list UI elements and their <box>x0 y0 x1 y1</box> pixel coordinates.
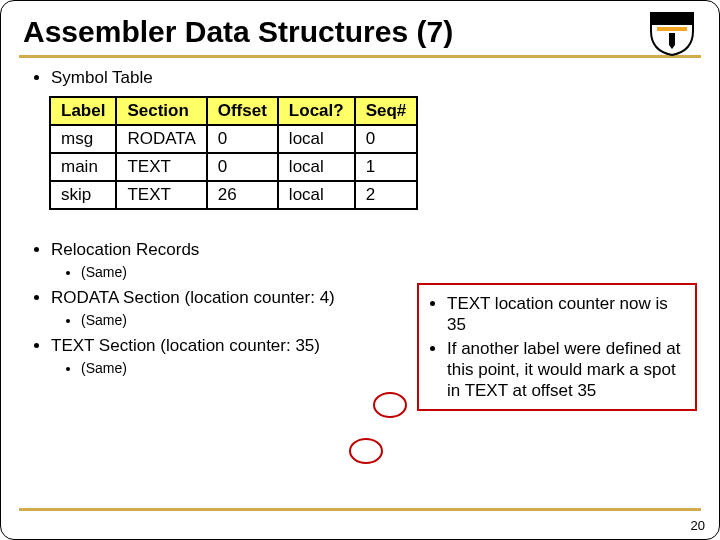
callout-line: If another label were defined at this po… <box>447 338 689 402</box>
callout-box: TEXT location counter now is 35 If anoth… <box>417 283 697 411</box>
callout-line: TEXT location counter now is 35 <box>447 293 689 336</box>
red-circle-annotation <box>373 392 407 418</box>
table-row: msg RODATA 0 local 0 <box>50 125 417 153</box>
princeton-shield-icon <box>647 11 697 57</box>
relocation-label: Relocation Records <box>51 240 199 259</box>
bullet-same: (Same) <box>81 264 719 280</box>
th-local: Local? <box>278 97 355 125</box>
slide-title: Assembler Data Structures (7) <box>1 1 719 55</box>
bullet-symbol-table: Symbol Table <box>51 68 719 88</box>
th-label: Label <box>50 97 116 125</box>
footer-underline <box>19 508 701 511</box>
rodata-section-label: RODATA Section (location counter: 4) <box>51 288 335 307</box>
table-row: main TEXT 0 local 1 <box>50 153 417 181</box>
title-underline <box>19 55 701 58</box>
page-number: 20 <box>691 518 705 533</box>
symbol-table-label: Symbol Table <box>51 68 153 87</box>
table-header-row: Label Section Offset Local? Seq# <box>50 97 417 125</box>
slide: Assembler Data Structures (7) Symbol Tab… <box>0 0 720 540</box>
symbol-table: Label Section Offset Local? Seq# msg ROD… <box>49 96 418 210</box>
svg-rect-0 <box>657 27 687 31</box>
th-offset: Offset <box>207 97 278 125</box>
th-section: Section <box>116 97 206 125</box>
bullet-relocation: Relocation Records (Same) <box>51 240 719 280</box>
text-section-label: TEXT Section (location counter: 35) <box>51 336 320 355</box>
red-circle-annotation <box>349 438 383 464</box>
th-seq: Seq# <box>355 97 418 125</box>
table-row: skip TEXT 26 local 2 <box>50 181 417 209</box>
content-bullets: Symbol Table <box>1 68 719 88</box>
